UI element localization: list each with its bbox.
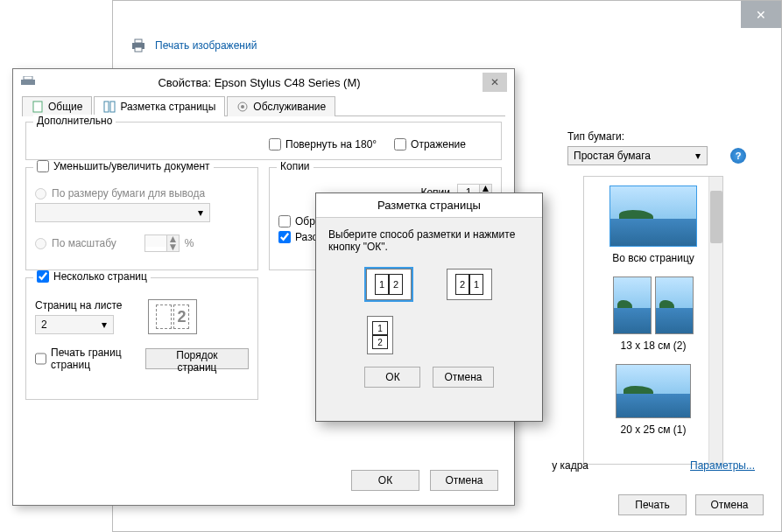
page-cell: 1 [372, 321, 388, 335]
modal-hint: Выберите способ разметки и нажмите кнопк… [328, 228, 530, 253]
layout-choices-row: 12 21 [328, 269, 530, 300]
page-layout-modal: Разметка страницы Выберите способ размет… [315, 192, 543, 422]
radio-label: По размеру бумаги для вывода [52, 187, 205, 200]
layout-choice-21[interactable]: 21 [447, 269, 492, 300]
multipage-checkbox[interactable]: Несколько страниц [33, 270, 151, 283]
group-title: Копии [277, 160, 314, 172]
checkbox-label: Повернуть на 180° [285, 138, 377, 150]
framing-text: у кадра [552, 459, 588, 472]
layout-thumbnail [588, 276, 719, 334]
tab-label: Общие [48, 101, 82, 113]
layout-choice-vertical[interactable]: 12 [367, 316, 393, 354]
page-cell: 2 [389, 274, 403, 295]
paper-type-value: Простая бумага [574, 150, 651, 162]
ok-button[interactable]: ОК [364, 367, 420, 388]
svg-rect-5 [33, 102, 42, 112]
page-cell: 1 [375, 274, 389, 295]
percent-label: % [185, 237, 194, 249]
cancel-button[interactable]: Отмена [695, 494, 764, 515]
by-scale-radio: По масштабу ▲▼ % [35, 234, 249, 252]
close-button[interactable]: ✕ [741, 1, 781, 28]
svg-point-9 [241, 105, 244, 108]
svg-rect-3 [21, 80, 35, 85]
parameters-link[interactable]: Параметры... [690, 459, 755, 472]
layout-label: 13 x 18 см (2) [588, 340, 719, 352]
checkbox-label: Печать границ страниц [51, 346, 128, 371]
page-cell: 1 [469, 274, 483, 295]
layout-icon [103, 101, 116, 113]
svg-rect-6 [104, 102, 109, 112]
scrollbar-thumb[interactable] [710, 191, 722, 243]
rotate-180-checkbox[interactable]: Повернуть на 180° [269, 138, 377, 150]
page-order-button[interactable]: Порядок страниц [145, 348, 249, 369]
outer-footer-buttons: Печать Отмена [618, 494, 764, 515]
pages-per-sheet-label: Страниц на листе [35, 299, 122, 312]
tab-general[interactable]: Общие [22, 96, 92, 116]
fit-to-output-radio: По размеру бумаги для вывода [35, 187, 249, 200]
outer-title: Печать изображений [155, 39, 257, 52]
group-resize: Уменьшить/увеличить документ По размеру … [25, 167, 258, 270]
right-panel: Тип бумаги: Простая бумага ▾ ? Во всю ст… [553, 123, 781, 491]
group-multipage: Несколько страниц Страниц на листе 2 ▾ 2 [25, 277, 258, 400]
layout-options-list: Во всю страницу 13 x 18 см (2) 20 x 25 с… [583, 176, 723, 465]
resize-checkbox[interactable]: Уменьшить/увеличить документ [33, 160, 214, 172]
page-cell: 2 [372, 335, 388, 349]
layout-thumbnail [609, 186, 697, 247]
cancel-button[interactable]: Отмена [430, 470, 498, 491]
scale-spinner: ▲▼ [144, 234, 180, 252]
layout-option-20x25[interactable]: 20 x 25 см (1) [584, 355, 722, 439]
help-icon[interactable]: ? [730, 148, 746, 164]
radio-label: По масштабу [52, 237, 116, 249]
ok-button[interactable]: ОК [351, 470, 419, 491]
combo-value: 2 [41, 318, 47, 331]
page-cell: 2 [455, 274, 469, 295]
tab-label: Разметка страницы [120, 101, 215, 113]
chevron-down-icon: ▾ [691, 150, 705, 162]
scrollbar[interactable] [708, 177, 722, 464]
svg-rect-1 [135, 39, 142, 43]
outer-header: Печать изображений [113, 28, 781, 63]
paper-type-combo[interactable]: Простая бумага ▾ [567, 146, 708, 165]
chevron-down-icon: ▾ [97, 318, 111, 331]
printer-icon [130, 38, 146, 52]
layout-option-full-page[interactable]: Во всю страницу [584, 177, 722, 268]
props-footer: ОК Отмена [351, 470, 498, 491]
group-title: Дополнительно [33, 115, 116, 127]
tab-page-layout[interactable]: Разметка страницы [94, 96, 225, 116]
multipage-preview: 2 [148, 299, 197, 334]
print-button[interactable]: Печать [618, 494, 687, 515]
modal-body: Выберите способ разметки и нажмите кнопк… [316, 218, 542, 398]
svg-rect-4 [24, 76, 32, 80]
print-borders-checkbox[interactable]: Печать границ страниц [35, 346, 128, 371]
paper-type-label: Тип бумаги: [567, 130, 767, 143]
checkbox-label: Отражение [411, 138, 466, 150]
gear-icon [236, 101, 249, 113]
chevron-down-icon: ▾ [194, 206, 208, 219]
pages-per-sheet-combo[interactable]: 2 ▾ [35, 315, 114, 334]
checkbox-label: Несколько страниц [53, 270, 147, 283]
layout-label: Во всю страницу [588, 252, 719, 264]
group-additional: Дополнительно Повернуть на 180° Отражени… [25, 122, 502, 160]
layout-option-13x18[interactable]: 13 x 18 см (2) [584, 268, 722, 355]
checkbox-label: Уменьшить/увеличить документ [53, 160, 210, 172]
tabs: Общие Разметка страницы Обслуживание [22, 95, 505, 116]
layout-label: 20 x 25 см (1) [588, 424, 719, 436]
modal-footer: ОК Отмена [328, 367, 530, 388]
printer-icon [20, 76, 36, 88]
output-size-combo: ▾ [35, 203, 210, 222]
tab-label: Обслуживание [253, 101, 326, 113]
svg-rect-2 [135, 47, 142, 52]
mirror-checkbox[interactable]: Отражение [394, 138, 466, 150]
modal-title: Разметка страницы [316, 193, 542, 218]
cancel-button[interactable]: Отмена [433, 367, 493, 388]
layout-thumbnail [616, 364, 691, 418]
layout-choice-12[interactable]: 12 [366, 269, 412, 300]
tab-maintenance[interactable]: Обслуживание [227, 96, 335, 116]
document-icon [32, 101, 44, 113]
props-titlebar: Свойства: Epson Stylus C48 Series (M) ✕ [13, 69, 514, 95]
close-button[interactable]: ✕ [483, 73, 507, 92]
svg-rect-7 [110, 102, 115, 112]
outer-titlebar: ✕ [113, 1, 781, 28]
props-title: Свойства: Epson Stylus C48 Series (M) [36, 76, 483, 89]
